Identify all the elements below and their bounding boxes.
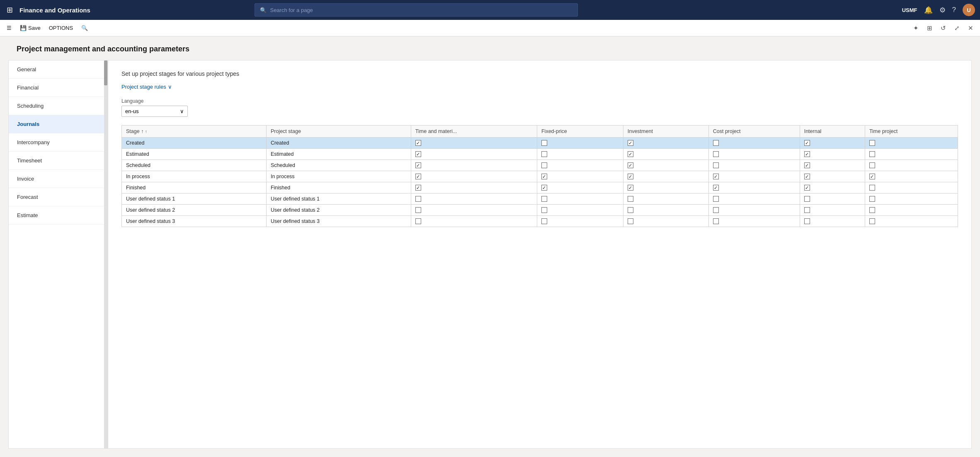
checkbox-fixed_price[interactable]: [541, 207, 547, 213]
checkbox-fixed_price[interactable]: [541, 218, 547, 224]
sidebar-item-general[interactable]: General: [9, 60, 107, 79]
sidebar-item-financial[interactable]: Financial: [9, 79, 107, 97]
checkbox-time_project[interactable]: [869, 174, 875, 179]
cell-internal[interactable]: [800, 205, 865, 216]
cell-fixed_price[interactable]: [537, 149, 623, 160]
language-select[interactable]: en-us ∨: [121, 106, 188, 117]
cell-fixed_price[interactable]: [537, 216, 623, 227]
cell-cost_project[interactable]: [708, 149, 800, 160]
cell-internal[interactable]: [800, 193, 865, 205]
refresh-icon[interactable]: ↺: [937, 23, 949, 34]
table-row[interactable]: EstimatedEstimated: [122, 149, 958, 160]
checkbox-cost_project[interactable]: [713, 207, 719, 213]
grid-icon[interactable]: ⊞: [5, 4, 15, 16]
checkbox-investment[interactable]: [628, 151, 633, 157]
cell-fixed_price[interactable]: [537, 138, 623, 149]
checkbox-time_materials[interactable]: [415, 162, 421, 168]
cell-time_materials[interactable]: [411, 160, 537, 171]
cell-fixed_price[interactable]: [537, 205, 623, 216]
checkbox-time_materials[interactable]: [415, 151, 421, 157]
checkbox-investment[interactable]: [628, 162, 633, 168]
cell-fixed_price[interactable]: [537, 160, 623, 171]
cell-cost_project[interactable]: [708, 216, 800, 227]
cell-investment[interactable]: [623, 138, 708, 149]
checkbox-investment[interactable]: [628, 174, 633, 179]
cell-time_materials[interactable]: [411, 205, 537, 216]
favorites-icon[interactable]: ✦: [910, 23, 922, 34]
checkbox-fixed_price[interactable]: [541, 185, 547, 191]
checkbox-time_project[interactable]: [869, 140, 875, 146]
checkbox-time_project[interactable]: [869, 162, 875, 168]
checkbox-investment[interactable]: [628, 218, 633, 224]
checkbox-internal[interactable]: [804, 151, 810, 157]
sidebar-item-intercompany[interactable]: Intercompany: [9, 133, 107, 152]
checkbox-time_project[interactable]: [869, 151, 875, 157]
checkbox-fixed_price[interactable]: [541, 196, 547, 202]
cell-time_project[interactable]: [865, 149, 958, 160]
checkbox-time_materials[interactable]: [415, 196, 421, 202]
cell-investment[interactable]: [623, 205, 708, 216]
cell-fixed_price[interactable]: [537, 182, 623, 193]
checkbox-cost_project[interactable]: [713, 218, 719, 224]
checkbox-time_materials[interactable]: [415, 185, 421, 191]
checkbox-time_project[interactable]: [869, 218, 875, 224]
checkbox-internal[interactable]: [804, 140, 810, 146]
checkbox-fixed_price[interactable]: [541, 162, 547, 168]
project-stage-rules-link[interactable]: Project stage rules ∨: [121, 84, 172, 90]
checkbox-cost_project[interactable]: [713, 185, 719, 191]
checkbox-time_materials[interactable]: [415, 140, 421, 146]
sidebar-item-journals[interactable]: Journals: [9, 115, 107, 133]
options-button[interactable]: OPTIONS: [46, 23, 77, 33]
help-icon[interactable]: ?: [952, 6, 956, 14]
cell-investment[interactable]: [623, 182, 708, 193]
checkbox-investment[interactable]: [628, 196, 633, 202]
save-button[interactable]: 💾 Save: [17, 23, 44, 33]
checkbox-cost_project[interactable]: [713, 196, 719, 202]
office-icon[interactable]: ⊞: [924, 23, 936, 34]
sidebar-item-timesheet[interactable]: Timesheet: [9, 152, 107, 170]
table-row[interactable]: In processIn process: [122, 171, 958, 182]
cell-fixed_price[interactable]: [537, 193, 623, 205]
table-row[interactable]: FinishedFinished: [122, 182, 958, 193]
menu-toggle-button[interactable]: ☰: [3, 23, 15, 33]
search-button[interactable]: 🔍: [78, 23, 91, 33]
checkbox-time_project[interactable]: [869, 185, 875, 191]
checkbox-fixed_price[interactable]: [541, 140, 547, 146]
cell-time_materials[interactable]: [411, 182, 537, 193]
cell-investment[interactable]: [623, 149, 708, 160]
cell-cost_project[interactable]: [708, 171, 800, 182]
cell-internal[interactable]: [800, 149, 865, 160]
cell-cost_project[interactable]: [708, 182, 800, 193]
cell-internal[interactable]: [800, 160, 865, 171]
checkbox-investment[interactable]: [628, 207, 633, 213]
cell-time_project[interactable]: [865, 138, 958, 149]
checkbox-fixed_price[interactable]: [541, 174, 547, 179]
cell-cost_project[interactable]: [708, 193, 800, 205]
cell-fixed_price[interactable]: [537, 171, 623, 182]
checkbox-investment[interactable]: [628, 185, 633, 191]
checkbox-cost_project[interactable]: [713, 162, 719, 168]
checkbox-cost_project[interactable]: [713, 140, 719, 146]
col-header-stage[interactable]: Stage ↑: [122, 126, 267, 138]
cell-time_materials[interactable]: [411, 138, 537, 149]
cell-internal[interactable]: [800, 216, 865, 227]
cell-cost_project[interactable]: [708, 138, 800, 149]
scroll-thumb[interactable]: [104, 60, 107, 85]
checkbox-internal[interactable]: [804, 185, 810, 191]
avatar[interactable]: U: [963, 4, 975, 16]
checkbox-cost_project[interactable]: [713, 151, 719, 157]
cell-time_materials[interactable]: [411, 216, 537, 227]
cell-time_materials[interactable]: [411, 171, 537, 182]
checkbox-internal[interactable]: [804, 218, 810, 224]
checkbox-fixed_price[interactable]: [541, 151, 547, 157]
cell-internal[interactable]: [800, 138, 865, 149]
close-icon[interactable]: ✕: [965, 23, 977, 34]
settings-icon[interactable]: ⚙: [939, 6, 946, 15]
checkbox-time_project[interactable]: [869, 196, 875, 202]
search-bar[interactable]: 🔍: [255, 3, 578, 17]
cell-cost_project[interactable]: [708, 160, 800, 171]
checkbox-internal[interactable]: [804, 196, 810, 202]
table-row[interactable]: ScheduledScheduled: [122, 160, 958, 171]
cell-time_project[interactable]: [865, 216, 958, 227]
cell-internal[interactable]: [800, 182, 865, 193]
